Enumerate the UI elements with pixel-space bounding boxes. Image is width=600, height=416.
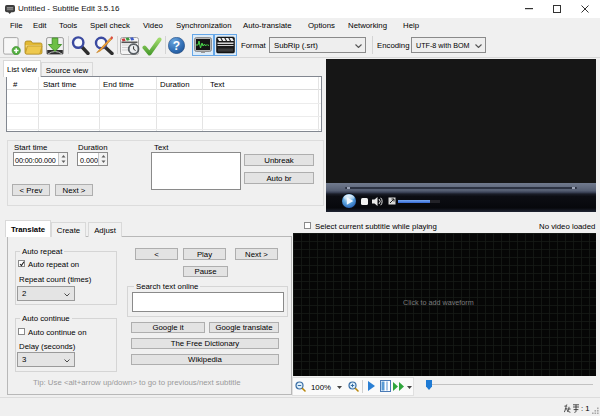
svg-text:?: ? xyxy=(173,39,180,53)
